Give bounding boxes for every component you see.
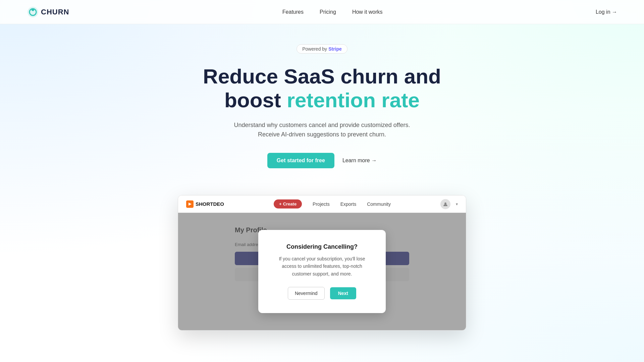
powered-by-badge: Powered by Stripe xyxy=(297,44,347,54)
nav-right: Log in → xyxy=(596,9,617,15)
main-nav: CHURN Features Pricing How it works Log … xyxy=(0,0,644,24)
app-preview-container: ▶ SHORTDEO + Create Projects Exports Com… xyxy=(0,182,644,330)
modal-actions: Nevermind Next xyxy=(274,287,370,300)
get-started-button[interactable]: Get started for free xyxy=(267,153,334,168)
cancellation-modal: Considering Cancelling? If you cancel yo… xyxy=(258,230,386,313)
hero-cta-group: Get started for free Learn more → xyxy=(267,153,377,168)
hero-section: Powered by Stripe Reduce SaaS churn and … xyxy=(0,24,644,182)
nav-link-how-it-works[interactable]: How it works xyxy=(352,9,383,15)
user-avatar[interactable] xyxy=(440,199,450,209)
hero-title: Reduce SaaS churn and boost retention ra… xyxy=(203,64,441,112)
stripe-brand-text: Stripe xyxy=(328,46,342,52)
browser-window: ▶ SHORTDEO + Create Projects Exports Com… xyxy=(178,195,466,330)
nav-logo[interactable]: CHURN xyxy=(27,6,69,18)
create-label: Create xyxy=(283,201,297,206)
hero-subtitle-line1: Understand why customers cancel and prov… xyxy=(234,122,410,128)
app-nav-links: + Create Projects Exports Community xyxy=(274,199,391,208)
nav-link-pricing[interactable]: Pricing xyxy=(320,9,336,15)
app-nav-right: ▾ xyxy=(440,199,458,209)
modal-overlay: Considering Cancelling? If you cancel yo… xyxy=(178,213,466,330)
modal-body: If you cancel your subscription, you'll … xyxy=(274,255,370,278)
hero-title-line2-plain: boost xyxy=(224,88,287,112)
login-link[interactable]: Log in → xyxy=(596,9,617,15)
app-nav: ▶ SHORTDEO + Create Projects Exports Com… xyxy=(178,195,466,213)
app-logo: ▶ SHORTDEO xyxy=(186,200,224,208)
app-nav-projects[interactable]: Projects xyxy=(313,201,330,207)
nav-links: Features Pricing How it works xyxy=(282,9,383,15)
hero-title-accent: retention rate xyxy=(287,88,420,112)
next-button[interactable]: Next xyxy=(330,287,356,299)
create-icon: + xyxy=(279,201,282,206)
avatar-dropdown-icon: ▾ xyxy=(456,202,458,206)
app-logo-text: SHORTDEO xyxy=(196,201,224,207)
create-button[interactable]: + Create xyxy=(274,199,302,208)
nav-link-features[interactable]: Features xyxy=(282,9,304,15)
nevermind-button[interactable]: Nevermind xyxy=(288,287,325,300)
svg-point-2 xyxy=(32,8,34,11)
app-content: My Profile Email address Reset password … xyxy=(178,213,466,330)
hero-title-line1: Reduce SaaS churn and xyxy=(203,65,441,88)
hero-subtitle-line2: Receive AI-driven suggestions to prevent… xyxy=(258,131,386,138)
modal-title: Considering Cancelling? xyxy=(274,243,370,250)
nav-logo-text: CHURN xyxy=(41,8,69,16)
app-logo-icon: ▶ xyxy=(186,200,194,208)
hero-subtitle: Understand why customers cancel and prov… xyxy=(234,120,410,140)
app-nav-community[interactable]: Community xyxy=(367,201,391,207)
churn-logo-icon xyxy=(27,6,39,18)
app-nav-exports[interactable]: Exports xyxy=(340,201,356,207)
learn-more-button[interactable]: Learn more → xyxy=(342,158,377,164)
powered-by-text: Powered by xyxy=(302,46,327,52)
